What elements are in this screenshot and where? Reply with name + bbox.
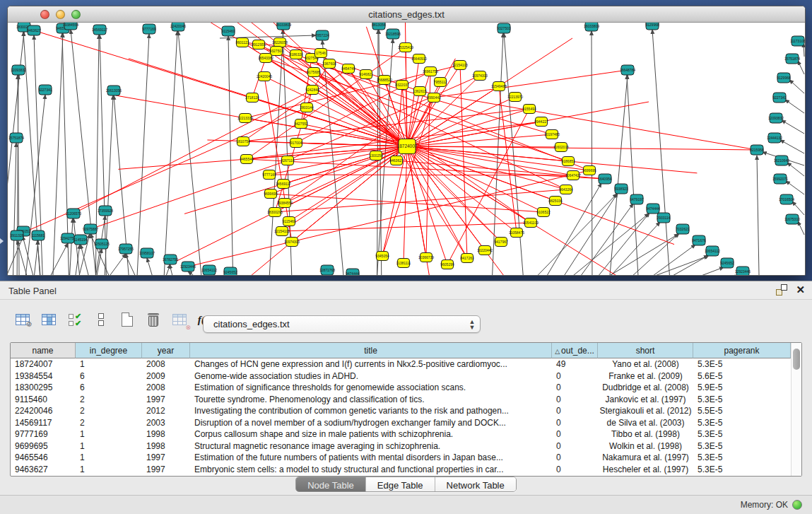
graph-node[interactable]: 9155493 [522,105,536,114]
network-window[interactable]: citations_edges.txt 18300295946362794655… [7,6,806,276]
graph-node[interactable]: 19384554 [277,199,293,208]
graph-node[interactable]: 19384554 [63,23,78,30]
graph-node[interactable]: 8186328 [289,50,303,59]
table-row[interactable]: 946554611997Estimation of the future num… [11,452,791,464]
graph-node[interactable]: 11602016 [553,143,569,152]
graph-node[interactable]: 14569117 [276,180,291,189]
graph-node[interactable]: 9327503 [497,23,511,33]
graph-node[interactable]: 11549488 [491,82,507,91]
graph-node[interactable]: 9417967 [494,238,508,247]
panel-collapse-handle[interactable] [0,238,4,244]
graph-node[interactable]: 17546 [315,49,327,58]
graph-node[interactable]: 10654112 [705,246,720,256]
graph-node[interactable]: 8322037 [395,81,409,90]
graph-node[interactable]: 2803144 [300,103,314,112]
graph-node[interactable]: 9129968 [645,23,659,30]
close-panel-icon[interactable]: ✕ [796,284,805,296]
table-scrollbar-thumb[interactable] [793,349,800,370]
network-window-titlebar[interactable]: citations_edges.txt [8,6,805,23]
column-header-short[interactable]: short [598,343,693,358]
graph-node[interactable]: 9115460 [282,217,295,226]
graph-node[interactable]: 9115460 [221,26,235,36]
graph-node[interactable]: 9345054 [375,252,389,261]
table-row[interactable]: 911546021997Tourette syndrome. Phenomeno… [11,394,791,406]
graph-node[interactable]: 9465546 [240,155,254,164]
graph-node[interactable]: 9474444 [346,269,360,275]
table-row[interactable]: 1938455462009Genome-wide association stu… [11,370,791,382]
graph-node[interactable]: 22420046 [257,72,272,81]
graph-node[interactable]: 16543382 [258,54,273,63]
graph-node[interactable]: 9227341 [38,85,52,95]
graph-node[interactable]: 12923446 [180,262,196,271]
table-row[interactable]: 2242004622012Investigating the contribut… [11,405,791,417]
graph-node[interactable]: 10974303 [472,71,488,81]
column-header-year[interactable]: year [142,343,190,358]
graph-node[interactable]: 9777169 [262,170,276,180]
graph-node[interactable]: 11173106 [790,36,805,46]
graph-node[interactable]: 1640954 [598,174,612,184]
graph-node[interactable]: 10366739 [418,253,434,262]
graph-node[interactable]: 7857224 [315,30,329,40]
tab-edge-table[interactable]: Edge Table [366,477,435,492]
graph-node[interactable]: 8417263 [460,254,474,263]
graph-node[interactable]: 8912955 [252,40,266,49]
table-scrollbar-track[interactable] [791,343,801,476]
graph-node[interactable]: 11675310 [784,214,800,224]
graph-node[interactable]: 1362615 [413,87,427,96]
graph-node[interactable]: 9242848 [305,86,319,95]
graph-node[interactable]: 10974303 [284,238,300,247]
show-columns-button[interactable] [40,311,57,328]
graph-node[interactable]: 2718120 [245,93,259,103]
memory-status-indicator[interactable] [792,500,802,510]
column-header-title[interactable]: title [190,343,552,358]
graph-node[interactable]: 16782759 [163,255,178,264]
graph-node[interactable]: 7955112 [433,78,447,87]
graph-node[interactable]: 8813054 [372,23,386,30]
graph-node[interactable]: 16033809 [584,23,599,31]
unselect-all-button[interactable] [93,311,110,328]
graph-node[interactable]: 1300250 [369,151,383,160]
table-row[interactable]: 1456911722003Disruption of a novel membe… [11,417,791,429]
graph-node[interactable]: 16033809 [276,23,291,30]
graph-node[interactable]: 17359928 [98,206,113,216]
delete-column-button[interactable] [145,311,162,328]
network-canvas[interactable]: 1830029594636279465546193845541456911797… [8,23,805,275]
delete-table-button[interactable]: ⊗ [171,311,188,328]
graph-node[interactable]: 10647427 [565,171,581,180]
graph-node[interactable]: 18724007 [397,139,418,154]
graph-node[interactable]: 12213339 [237,114,253,123]
graph-node[interactable]: 8267110 [281,156,294,165]
graph-node[interactable]: 12505125 [94,239,110,249]
graph-node[interactable]: 8215958 [750,145,764,155]
graph-node[interactable]: 15992071 [772,174,788,184]
graph-node[interactable]: 10220442 [477,246,493,255]
float-window-icon[interactable] [776,284,787,296]
graph-node[interactable]: 9175685 [307,68,321,77]
graph-node[interactable]: 21206570 [66,209,81,218]
graph-node[interactable]: 22420046 [170,23,186,31]
graph-node[interactable]: 5938923 [614,184,628,194]
graph-node[interactable]: 9129968 [777,73,791,83]
graph-node[interactable]: 9245652 [223,267,237,275]
graph-node[interactable]: 17016504 [779,194,794,204]
select-all-button[interactable]: ✔ ✔ [66,311,83,328]
graph-node[interactable]: 8427552 [294,119,308,129]
table-selector-dropdown[interactable]: citations_edges.txt ▲▼ [203,315,481,333]
graph-node[interactable]: 9699695 [264,189,278,199]
graph-node[interactable]: 17957255 [118,244,134,254]
network-graph[interactable]: 1830029594636279465546193845541456911797… [8,23,805,275]
graph-node[interactable]: 19218596 [385,29,401,39]
graph-node[interactable]: 9245652 [720,258,734,268]
table-row[interactable]: 1830029562008Estimation of significance … [11,382,791,394]
graph-node[interactable]: 12154103 [274,227,290,236]
graph-node[interactable]: 10541109 [523,218,539,228]
graph-node[interactable]: 9474444 [646,204,660,214]
graph-node[interactable]: 9106522 [536,208,551,217]
graph-node[interactable]: 2933114 [657,213,670,223]
graph-node[interactable]: 16961758 [423,67,438,76]
graph-node[interactable]: 12093832 [11,65,26,75]
graph-node[interactable]: 12923446 [735,267,751,275]
graph-node[interactable]: 9463627 [389,156,404,165]
graph-node[interactable]: 15688520 [377,76,392,85]
graph-node[interactable]: 12213970 [507,93,523,102]
